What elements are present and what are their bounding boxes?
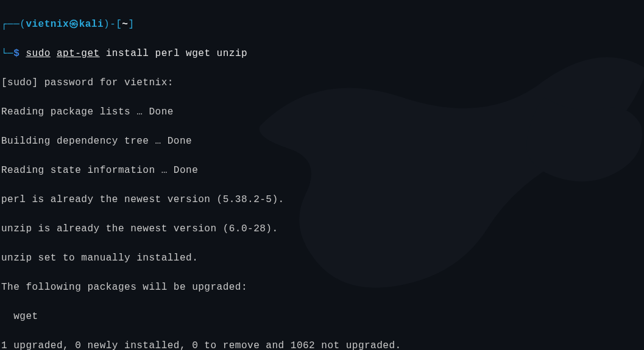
prompt-bracket-close: ] bbox=[128, 19, 134, 30]
output-line: Building dependency tree … Done bbox=[1, 134, 643, 149]
prompt-host: kali bbox=[79, 19, 104, 30]
prompt-line-1: ┌──(vietnix㉿kali)-[~] bbox=[1, 17, 643, 32]
cmd-rest: install perl wget unzip bbox=[100, 48, 247, 59]
cmd-sudo: sudo bbox=[26, 48, 50, 59]
output-line: Reading package lists … Done bbox=[1, 105, 643, 119]
prompt-prefix: └─ bbox=[1, 48, 13, 59]
prompt-dollar: $ bbox=[13, 48, 19, 59]
output-line: 1 upgraded, 0 newly installed, 0 to remo… bbox=[1, 338, 643, 350]
output-line: Reading state information … Done bbox=[1, 163, 643, 178]
terminal-output[interactable]: ┌──(vietnix㉿kali)-[~] └─$ sudo apt-get i… bbox=[1, 2, 643, 350]
output-line: wget bbox=[1, 309, 643, 324]
cmd-aptget: apt-get bbox=[57, 48, 100, 59]
prompt-line-2: └─$ sudo apt-get install perl wget unzip bbox=[1, 46, 643, 61]
prompt-cwd: ~ bbox=[122, 19, 128, 30]
prompt-at: ㉿ bbox=[69, 19, 79, 30]
prompt-box-open: ┌──( bbox=[1, 19, 26, 30]
prompt-user: vietnix bbox=[26, 19, 69, 30]
prompt-box-close: )-[ bbox=[104, 19, 122, 30]
output-line: unzip set to manually installed. bbox=[1, 251, 643, 265]
output-line: unzip is already the newest version (6.0… bbox=[1, 222, 643, 236]
output-line: [sudo] password for vietnix: bbox=[1, 75, 643, 90]
output-line: perl is already the newest version (5.38… bbox=[1, 192, 643, 207]
output-line: The following packages will be upgraded: bbox=[1, 280, 643, 295]
